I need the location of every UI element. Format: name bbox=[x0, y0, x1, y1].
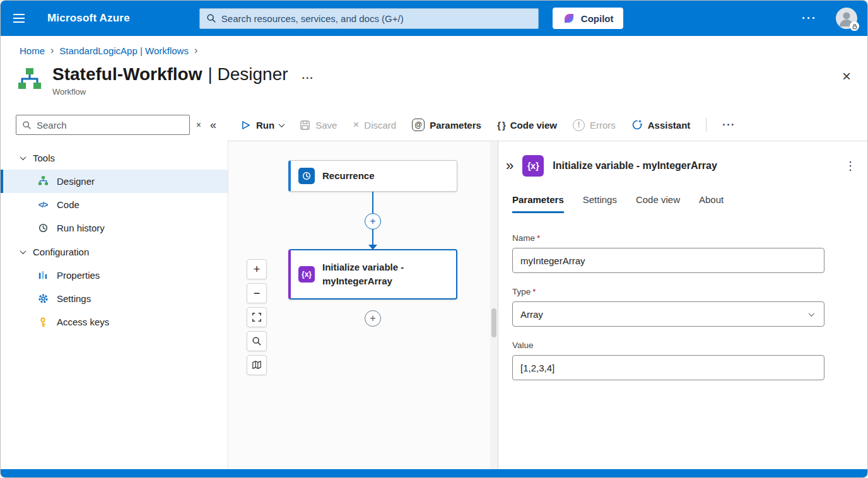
name-input[interactable] bbox=[512, 248, 824, 273]
variable-icon: {x} bbox=[298, 266, 315, 283]
search-icon bbox=[206, 13, 216, 23]
sidebar-collapse-button[interactable]: « bbox=[210, 119, 216, 132]
insert-action-button[interactable]: + bbox=[365, 213, 381, 230]
value-label: Value bbox=[512, 341, 824, 350]
tab-about[interactable]: About bbox=[699, 194, 724, 213]
search-icon bbox=[22, 120, 32, 130]
sidebar-item-settings[interactable]: Settings bbox=[1, 287, 228, 310]
toolbar-divider bbox=[706, 118, 707, 132]
search-icon bbox=[252, 336, 262, 346]
type-field-group: Type* Array bbox=[512, 287, 824, 327]
topbar-more-icon[interactable]: ··· bbox=[790, 12, 828, 25]
map-icon bbox=[252, 360, 262, 370]
name-label: Name* bbox=[512, 233, 824, 243]
sidebar-item-properties[interactable]: Properties bbox=[1, 264, 228, 287]
node-recurrence[interactable]: Recurrence bbox=[288, 160, 457, 192]
breadcrumb-logicapp[interactable]: StandardLogicApp | Workflows bbox=[59, 45, 189, 56]
section-configuration[interactable]: Configuration bbox=[1, 240, 228, 264]
designer-toolbar: Run Save × Discard @ Parameters { } Code… bbox=[228, 118, 867, 132]
azure-portal-window: Microsoft Azure Copilot ··· Home › Stand… bbox=[0, 0, 868, 478]
sidebar-search[interactable] bbox=[16, 115, 190, 135]
assistant-icon bbox=[631, 119, 643, 131]
command-row: × « Run Save × Discard @ Parameters { bbox=[1, 109, 867, 141]
fit-view-button[interactable] bbox=[247, 307, 267, 327]
close-blade-button[interactable]: × bbox=[842, 69, 851, 84]
discard-button[interactable]: × Discard bbox=[353, 119, 396, 131]
add-action-button[interactable]: + bbox=[365, 310, 381, 327]
properties-icon bbox=[37, 270, 49, 281]
bottom-bar bbox=[1, 469, 867, 477]
type-select-value: Array bbox=[520, 309, 543, 320]
type-select[interactable]: Array bbox=[512, 301, 824, 327]
panel-title: Initialize variable - myIntegerArray bbox=[553, 160, 717, 172]
sidebar-item-access-keys[interactable]: Access keys bbox=[1, 310, 228, 334]
code-view-icon: { } bbox=[497, 120, 505, 131]
node-label: Recurrence bbox=[322, 169, 375, 183]
tab-settings[interactable]: Settings bbox=[583, 194, 617, 213]
play-icon bbox=[240, 120, 251, 131]
canvas-search-button[interactable] bbox=[247, 331, 267, 351]
sidebar-search-area: × « bbox=[1, 115, 228, 135]
parameters-icon: @ bbox=[412, 119, 425, 131]
azure-topbar: Microsoft Azure Copilot ··· bbox=[1, 1, 867, 36]
copilot-button[interactable]: Copilot bbox=[553, 8, 624, 29]
breadcrumb-home[interactable]: Home bbox=[20, 45, 45, 56]
minimap-button[interactable] bbox=[247, 355, 267, 375]
page-header: Stateful-Workflow| Designer Workflow ···… bbox=[1, 61, 867, 109]
node-initialize-variable[interactable]: {x} Initialize variable - myIntegerArray bbox=[288, 249, 457, 300]
key-icon bbox=[37, 317, 49, 328]
global-search-input[interactable] bbox=[221, 13, 532, 24]
canvas-scrollbar[interactable] bbox=[490, 141, 498, 469]
sidebar: Tools Designer </> Code Run history bbox=[1, 141, 228, 469]
panel-tabs: Parameters Settings Code view About bbox=[498, 177, 867, 213]
save-icon bbox=[300, 120, 310, 131]
zoom-out-button[interactable]: − bbox=[247, 283, 267, 303]
panel-more-icon[interactable]: ⋮ bbox=[845, 159, 856, 173]
history-icon bbox=[37, 223, 49, 234]
panel-expand-button[interactable]: » bbox=[506, 159, 513, 173]
node-label: Initialize variable - myIntegerArray bbox=[322, 260, 439, 288]
value-input[interactable] bbox=[512, 355, 824, 380]
save-button[interactable]: Save bbox=[300, 120, 337, 131]
value-field-group: Value bbox=[512, 341, 824, 380]
code-view-button[interactable]: { } Code view bbox=[497, 120, 557, 131]
toolbar-more-icon[interactable]: ··· bbox=[722, 119, 735, 131]
panel-header: » {x} Initialize variable - myIntegerArr… bbox=[498, 141, 867, 177]
chevron-down-icon bbox=[279, 121, 285, 127]
action-details-panel: » {x} Initialize variable - myIntegerArr… bbox=[498, 141, 867, 469]
lock-icon bbox=[850, 21, 859, 31]
scrollbar-thumb[interactable] bbox=[491, 308, 496, 337]
azure-brand[interactable]: Microsoft Azure bbox=[47, 12, 130, 25]
variable-icon: {x} bbox=[522, 155, 544, 177]
errors-button[interactable]: ! Errors bbox=[573, 119, 616, 131]
sidebar-item-code[interactable]: </> Code bbox=[1, 193, 228, 216]
sidebar-search-input[interactable] bbox=[37, 120, 184, 131]
chevron-down-icon bbox=[20, 248, 26, 254]
breadcrumb-separator: › bbox=[50, 45, 54, 56]
hamburger-menu-button[interactable] bbox=[11, 7, 33, 30]
copilot-icon bbox=[563, 12, 575, 25]
gear-icon bbox=[37, 293, 49, 305]
sidebar-item-designer[interactable]: Designer bbox=[1, 170, 228, 193]
required-asterisk: * bbox=[532, 287, 536, 296]
tab-parameters[interactable]: Parameters bbox=[512, 194, 564, 213]
assistant-button[interactable]: Assistant bbox=[631, 119, 691, 131]
page-subtitle: Workflow bbox=[52, 87, 288, 96]
title-more-button[interactable]: ··· bbox=[302, 73, 314, 84]
section-tools[interactable]: Tools bbox=[1, 146, 228, 170]
chevron-down-icon bbox=[809, 310, 815, 317]
name-field-group: Name* bbox=[512, 233, 824, 273]
search-clear-icon[interactable]: × bbox=[196, 120, 201, 130]
global-search[interactable] bbox=[199, 8, 539, 29]
designer-canvas[interactable]: Recurrence + {x} Initialize variable - m… bbox=[228, 141, 490, 469]
chevron-down-icon bbox=[20, 154, 26, 160]
avatar[interactable] bbox=[836, 8, 857, 29]
tab-code-view[interactable]: Code view bbox=[636, 194, 680, 213]
breadcrumb: Home › StandardLogicApp | Workflows › bbox=[1, 36, 867, 61]
run-button[interactable]: Run bbox=[240, 120, 284, 131]
sidebar-item-run-history[interactable]: Run history bbox=[1, 216, 228, 240]
parameters-button[interactable]: @ Parameters bbox=[412, 119, 481, 131]
main-content: Tools Designer </> Code Run history bbox=[1, 141, 867, 469]
breadcrumb-separator: › bbox=[194, 45, 197, 56]
zoom-in-button[interactable]: + bbox=[247, 259, 267, 279]
